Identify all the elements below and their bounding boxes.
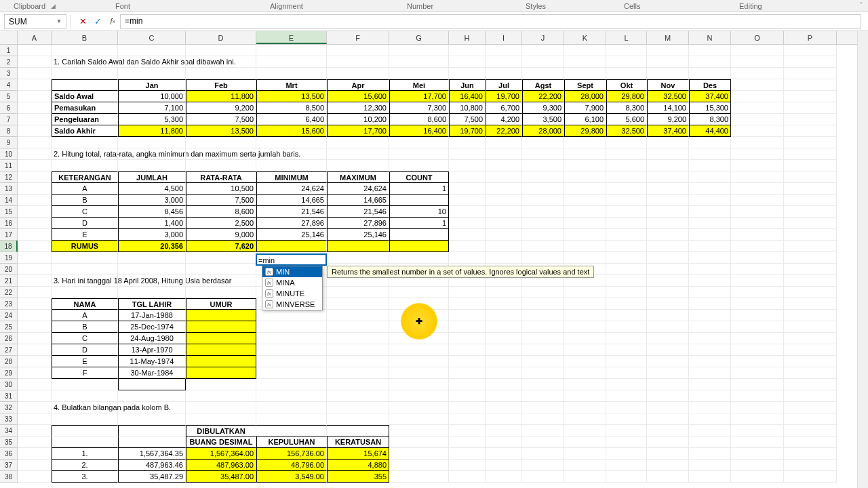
cell-M15[interactable]: [647, 206, 689, 218]
cell-J14[interactable]: [522, 195, 564, 206]
cell-O11[interactable]: [731, 160, 784, 171]
cell-L25[interactable]: [606, 321, 647, 333]
cell-E7[interactable]: 6,400: [256, 114, 327, 125]
cell-L22[interactable]: [606, 287, 647, 298]
cell-L19[interactable]: [606, 252, 647, 264]
row-header-33[interactable]: 33: [0, 413, 18, 425]
cell-G13[interactable]: 1: [389, 183, 449, 195]
cell-I17[interactable]: [486, 229, 522, 241]
cell-K28[interactable]: [564, 356, 606, 367]
row-header-21[interactable]: 21: [0, 275, 18, 287]
cell-C33[interactable]: [118, 413, 186, 425]
cell-M19[interactable]: [647, 252, 689, 264]
column-header-G[interactable]: G: [389, 31, 449, 44]
cell-H23[interactable]: [449, 298, 486, 310]
cell-I32[interactable]: [486, 402, 522, 413]
cell-C31[interactable]: [118, 390, 186, 402]
cell-P29[interactable]: [784, 367, 837, 379]
cell-E24[interactable]: [256, 310, 327, 321]
cell-H12[interactable]: [449, 171, 486, 183]
cell-A26[interactable]: [18, 333, 52, 344]
cell-M7[interactable]: 9,200: [647, 114, 689, 125]
cell-C32[interactable]: [118, 402, 186, 413]
cell-G8[interactable]: 16,400: [389, 125, 449, 137]
cell-H37[interactable]: [449, 460, 486, 471]
row-header-19[interactable]: 19: [0, 252, 18, 264]
cell-M6[interactable]: 14,100: [647, 102, 689, 114]
cell-G28[interactable]: [389, 356, 449, 367]
cell-H30[interactable]: [449, 379, 486, 390]
cell-B35[interactable]: [52, 436, 118, 448]
cell-J17[interactable]: [522, 229, 564, 241]
cell-H4[interactable]: Jun: [449, 79, 486, 91]
cell-D27[interactable]: [186, 344, 256, 356]
cell-B26[interactable]: C: [52, 333, 118, 344]
row-header-1[interactable]: 1: [0, 45, 18, 56]
cell-G34[interactable]: [389, 425, 449, 436]
cell-A1[interactable]: [18, 45, 52, 56]
cell-C2[interactable]: [118, 56, 186, 68]
cell-O18[interactable]: [731, 241, 784, 252]
cell-F36[interactable]: 15,674: [327, 448, 389, 460]
cell-I15[interactable]: [486, 206, 522, 218]
cell-E36[interactable]: 156,736.00: [256, 448, 327, 460]
cell-F38[interactable]: 355: [327, 471, 389, 483]
cell-O31[interactable]: [731, 390, 784, 402]
cell-J38[interactable]: [522, 471, 564, 483]
cell-A32[interactable]: [18, 402, 52, 413]
cell-A20[interactable]: [18, 264, 52, 275]
cell-B17[interactable]: E: [52, 229, 118, 241]
row-header-38[interactable]: 38: [0, 471, 18, 483]
cell-P38[interactable]: [784, 471, 837, 483]
cell-K9[interactable]: [564, 137, 606, 148]
cell-L33[interactable]: [606, 413, 647, 425]
cell-F27[interactable]: [327, 344, 389, 356]
autocomplete-item-mina[interactable]: fxMINA: [262, 277, 322, 288]
cell-D15[interactable]: 8,600: [186, 206, 256, 218]
cell-B30[interactable]: [52, 379, 118, 390]
cell-B4[interactable]: [52, 79, 118, 91]
cell-C19[interactable]: [118, 252, 186, 264]
cell-L3[interactable]: [606, 68, 647, 79]
cell-E29[interactable]: [256, 367, 327, 379]
cell-P21[interactable]: [784, 275, 837, 287]
cell-O34[interactable]: [731, 425, 784, 436]
cell-O4[interactable]: [731, 79, 784, 91]
cell-L20[interactable]: [606, 264, 647, 275]
cell-F16[interactable]: 27,896: [327, 218, 389, 229]
cell-K10[interactable]: [564, 148, 606, 160]
cell-O27[interactable]: [731, 344, 784, 356]
row-header-7[interactable]: 7: [0, 114, 18, 125]
cell-I1[interactable]: [486, 45, 522, 56]
cell-I34[interactable]: [486, 425, 522, 436]
cell-M22[interactable]: [647, 287, 689, 298]
cell-F17[interactable]: 25,146: [327, 229, 389, 241]
cell-I6[interactable]: 6,700: [486, 102, 522, 114]
cell-J3[interactable]: [522, 68, 564, 79]
cell-F35[interactable]: KERATUSAN: [327, 436, 389, 448]
cell-D6[interactable]: 9,200: [186, 102, 256, 114]
cell-L10[interactable]: [606, 148, 647, 160]
cell-B16[interactable]: D: [52, 218, 118, 229]
cell-C20[interactable]: [118, 264, 186, 275]
row-header-28[interactable]: 28: [0, 356, 18, 367]
cell-B18[interactable]: RUMUS: [52, 241, 118, 252]
cell-H2[interactable]: [449, 56, 486, 68]
cell-K7[interactable]: 6,100: [564, 114, 606, 125]
cell-E15[interactable]: 21,546: [256, 206, 327, 218]
cell-A13[interactable]: [18, 183, 52, 195]
cell-K25[interactable]: [564, 321, 606, 333]
cell-N16[interactable]: [689, 218, 731, 229]
cell-A28[interactable]: [18, 356, 52, 367]
cell-D21[interactable]: [186, 275, 256, 287]
cell-J25[interactable]: [522, 321, 564, 333]
cell-K6[interactable]: 7,900: [564, 102, 606, 114]
cell-A3[interactable]: [18, 68, 52, 79]
column-header-F[interactable]: F: [327, 31, 389, 44]
cell-O21[interactable]: [731, 275, 784, 287]
cell-N38[interactable]: [689, 471, 731, 483]
cell-L31[interactable]: [606, 390, 647, 402]
cell-P5[interactable]: [784, 91, 837, 102]
cell-C28[interactable]: 11-May-1974: [118, 356, 186, 367]
cell-P24[interactable]: [784, 310, 837, 321]
